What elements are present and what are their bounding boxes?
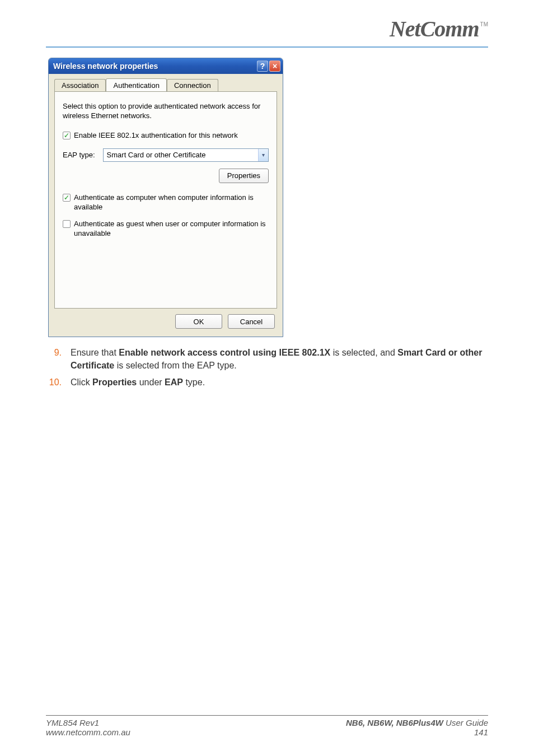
brand-logo: NetComm TM	[390, 16, 488, 42]
wireless-properties-dialog: Wireless network properties ? × Associat…	[48, 58, 283, 337]
step-10: 10. Click Properties under EAP type.	[46, 376, 488, 389]
footer-right: NB6, NB6W, NB6Plus4W User Guide 141	[346, 718, 488, 737]
help-icon[interactable]: ?	[257, 60, 268, 72]
ok-button[interactable]: OK	[175, 314, 222, 329]
instruction-steps: 9. Ensure that Enable network access con…	[46, 346, 488, 389]
footer-url: www.netcomm.com.au	[46, 727, 130, 737]
cancel-button[interactable]: Cancel	[228, 314, 275, 329]
step-9: 9. Ensure that Enable network access con…	[46, 346, 488, 372]
close-icon[interactable]: ×	[269, 60, 280, 72]
logo-text: NetComm	[390, 16, 479, 42]
tab-association[interactable]: Association	[54, 79, 106, 92]
page-header: NetComm TM	[46, 16, 488, 48]
auth-as-computer-row[interactable]: Authenticate as computer when computer i…	[63, 193, 269, 212]
enable-8021x-row[interactable]: Enable IEEE 802.1x authentication for th…	[63, 131, 269, 141]
text: type.	[183, 377, 205, 387]
eap-type-value: Smart Card or other Certificate	[107, 151, 206, 159]
dialog-title: Wireless network properties	[53, 62, 257, 71]
footer-left: YML854 Rev1 www.netcomm.com.au	[46, 718, 130, 737]
auth-as-guest-checkbox[interactable]	[63, 220, 71, 228]
step-text: Click Properties under EAP type.	[71, 376, 488, 389]
text: under	[137, 377, 165, 387]
text-bold: EAP	[165, 377, 183, 387]
tab-connection[interactable]: Connection	[167, 79, 218, 92]
page-footer: YML854 Rev1 www.netcomm.com.au NB6, NB6W…	[46, 715, 488, 737]
tab-authentication[interactable]: Authentication	[106, 78, 166, 91]
step-number: 10.	[46, 376, 62, 389]
enable-8021x-checkbox[interactable]	[63, 132, 71, 139]
text: Ensure that	[71, 348, 119, 357]
footer-page-number: 141	[346, 727, 488, 737]
text-bold: Properties	[92, 377, 137, 387]
authentication-panel: Select this option to provide authentica…	[54, 91, 277, 309]
eap-type-label: EAP type:	[63, 151, 95, 159]
logo-trademark: TM	[480, 21, 488, 27]
panel-description: Select this option to provide authentica…	[63, 102, 269, 121]
step-text: Ensure that Enable network access contro…	[71, 346, 488, 372]
tab-strip: Association Authentication Connection	[49, 74, 283, 91]
chevron-down-icon[interactable]: ▾	[258, 149, 268, 161]
text: Click	[71, 377, 92, 387]
footer-product: NB6, NB6W, NB6Plus4W	[346, 718, 443, 727]
text-bold: Enable network access control using IEEE…	[119, 348, 330, 357]
auth-as-guest-label: Authenticate as guest when user or compu…	[74, 220, 269, 239]
step-number: 9.	[46, 346, 62, 372]
auth-as-computer-label: Authenticate as computer when computer i…	[74, 193, 269, 212]
properties-button[interactable]: Properties	[219, 169, 269, 183]
auth-as-computer-checkbox[interactable]	[63, 194, 71, 202]
eap-type-dropdown[interactable]: Smart Card or other Certificate ▾	[103, 148, 269, 162]
text: is selected from the EAP type.	[114, 361, 236, 370]
auth-as-guest-row[interactable]: Authenticate as guest when user or compu…	[63, 220, 269, 239]
enable-8021x-label: Enable IEEE 802.1x authentication for th…	[74, 131, 238, 141]
dialog-titlebar[interactable]: Wireless network properties ? ×	[49, 58, 283, 74]
text: is selected, and	[330, 348, 397, 357]
footer-guide: User Guide	[443, 718, 488, 727]
footer-rev: YML854 Rev1	[46, 718, 130, 727]
